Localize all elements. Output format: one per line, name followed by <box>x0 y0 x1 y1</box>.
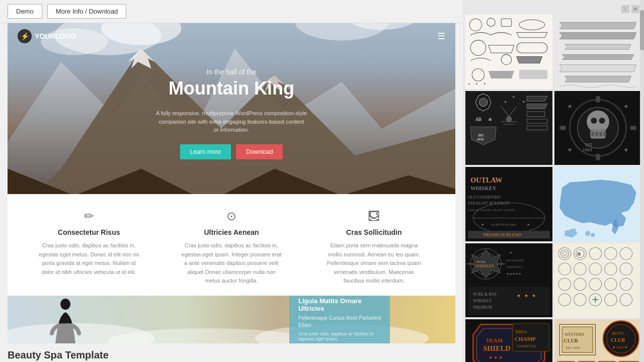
svg-text:★ 1969 ★: ★ 1969 ★ <box>612 345 627 349</box>
svg-text:▲: ▲ <box>509 250 513 254</box>
svg-text:✦: ✦ <box>512 95 516 100</box>
feature-1-title: Consectetur Risus <box>39 228 139 236</box>
svg-point-52 <box>599 117 605 123</box>
svg-text:WHISKEY: WHISKEY <box>475 263 495 268</box>
ad-item-skull[interactable]: EST 1969 <box>554 91 641 165</box>
feature-3: ⛾ Cras Sollicitudin Etiam porta sem male… <box>324 209 424 286</box>
svg-text:WESTERN: WESTERN <box>565 332 584 337</box>
svg-text:WHISKEY: WHISKEY <box>506 264 523 268</box>
svg-rect-57 <box>596 96 600 102</box>
svg-text:STRAIGHT BOURBON: STRAIGHT BOURBON <box>468 201 509 206</box>
top-bar: Demo More Info / Download <box>0 0 463 23</box>
svg-text:WHISKEY: WHISKEY <box>473 299 492 303</box>
feature-2-text: Cras justo odio, dapibus ac facilisis in… <box>181 241 282 286</box>
feature-2-title: Ultricies Aenean <box>181 228 282 236</box>
ad-item-western-1[interactable]: OUTLAW WHISKEY OLD FASHIONED STRAIGHT BO… <box>465 167 552 241</box>
ad-item-vintage-dark[interactable]: PURE WHISKEY ▲ HI MAKER WHISKEY ★★★★★ PU… <box>465 243 552 318</box>
hero-subtitle: In the hall of the <box>156 68 307 76</box>
svg-rect-56 <box>604 132 606 136</box>
svg-point-64 <box>624 105 627 108</box>
svg-text:WHISKEY: WHISKEY <box>470 185 497 191</box>
svg-text:✦: ✦ <box>475 82 478 85</box>
svg-text:OLD FASHIONED: OLD FASHIONED <box>468 195 500 200</box>
feature-1: ✏ Consectetur Risus Cras justo odio, dap… <box>39 209 139 286</box>
ad-grid: ✦✦✦ <box>465 15 641 362</box>
ad-item-ribbons[interactable] <box>554 15 641 89</box>
camera-icon: ⊙ <box>181 209 282 223</box>
ad-item-western-badges[interactable]: WESTERN CLUB EST 1976 MOTO CLUB ★ 1969 ★ <box>554 319 641 362</box>
features-section: ✏ Consectetur Risus Cras justo odio, dap… <box>8 194 455 296</box>
feature-3-text: Etiam porta sem malesuada magna mollis e… <box>324 241 424 286</box>
hamburger-menu[interactable]: ☰ <box>437 31 445 42</box>
svg-text:⊕: ⊕ <box>577 251 581 256</box>
svg-text:PREMIUM BLEND: PREMIUM BLEND <box>484 232 522 237</box>
svg-text:AGED 8 YEARS: AGED 8 YEARS <box>491 223 516 227</box>
banner-desc: Cras justo odio, dapibus ac facilisis in… <box>298 331 381 341</box>
svg-point-63 <box>568 105 571 108</box>
svg-rect-53 <box>591 132 594 136</box>
svg-text:EST: EST <box>585 142 592 147</box>
svg-text:★: ★ <box>524 293 528 298</box>
download-button[interactable]: Download <box>236 144 283 159</box>
svg-text:SHIELD: SHIELD <box>484 344 511 352</box>
svg-rect-60 <box>630 126 636 130</box>
more-info-button[interactable]: More Info / Download <box>47 4 127 19</box>
svg-text:☠: ☠ <box>489 118 492 122</box>
preview-wrapper: ⚡ YOURLOGO ☰ In the hall of the Mountain… <box>8 23 455 343</box>
svg-text:★: ★ <box>481 223 484 227</box>
ad-item-vintage-left[interactable]: ✦✦✦ <box>465 15 552 89</box>
demo-button[interactable]: Demo <box>8 4 42 19</box>
hero-text-block: In the hall of the Mountain King A fully… <box>156 68 307 159</box>
svg-text:CHAMPION: CHAMPION <box>517 344 536 348</box>
ad-item-dark-badges[interactable]: AB ☠ EST 1842 ✦ ✦ ✦ <box>465 91 552 165</box>
svg-text:HI MAKER: HI MAKER <box>506 258 524 262</box>
svg-text:GREAT TASTE CRAFT SPIRIT: GREAT TASTE CRAFT SPIRIT <box>468 208 516 212</box>
svg-text:★ ★ ★: ★ ★ ★ <box>489 355 503 360</box>
hero-section: ⚡ YOURLOGO ☰ In the hall of the Mountain… <box>8 23 455 194</box>
svg-point-81 <box>585 231 590 236</box>
feature-3-title: Cras Sollicitudin <box>324 228 424 236</box>
svg-text:★: ★ <box>527 223 530 227</box>
hero-title: Mountain King <box>156 78 307 99</box>
svg-point-65 <box>568 148 571 151</box>
svg-text:PURE & RYE: PURE & RYE <box>473 292 497 296</box>
right-sidebar: i ✕ <box>463 0 644 362</box>
main-content: Demo More Info / Download <box>0 0 463 362</box>
hero-description: A fully responsive, multipurpose WordPre… <box>156 109 307 134</box>
svg-point-31 <box>479 98 487 106</box>
page-title-section: Beauty Spa Template <box>0 343 463 362</box>
page-title: Beauty Spa Template <box>8 349 455 361</box>
banner-title: Ligula Mattis Ornare Ultricies <box>298 297 381 312</box>
svg-text:★: ★ <box>517 293 521 298</box>
ad-close-button[interactable]: ✕ <box>631 5 639 13</box>
learn-more-button[interactable]: Learn more <box>180 144 231 159</box>
svg-text:1842: 1842 <box>476 137 484 141</box>
banner-subtitle: Pellentesque Cursus Amet Parturient Etia… <box>298 315 381 329</box>
ad-item-ornaments[interactable]: ⊕ <box>554 243 641 318</box>
svg-text:★: ★ <box>532 293 536 298</box>
ad-item-us-map[interactable] <box>554 167 641 241</box>
svg-rect-59 <box>559 126 566 130</box>
logo-icon: ⚡ <box>18 29 32 43</box>
pencil-icon: ✏ <box>39 209 139 223</box>
svg-point-11 <box>60 299 70 310</box>
svg-point-82 <box>591 233 595 237</box>
scrollbar[interactable] <box>640 0 644 362</box>
hero-navbar: ⚡ YOURLOGO ☰ <box>8 23 455 49</box>
second-banner: Ligula Mattis Ornare Ultricies Pellentes… <box>8 296 455 343</box>
svg-point-41 <box>506 116 511 121</box>
svg-text:CHAMP: CHAMP <box>515 336 536 342</box>
ad-info-button[interactable]: i <box>621 5 629 13</box>
bookmark-icon: ⛾ <box>324 209 424 223</box>
svg-text:CLUB: CLUB <box>611 337 625 343</box>
svg-point-66 <box>624 148 627 151</box>
svg-text:CLUB: CLUB <box>564 338 578 343</box>
svg-text:MOTO: MOTO <box>612 331 624 336</box>
svg-rect-100 <box>554 243 641 318</box>
svg-text:PREMIUM: PREMIUM <box>473 305 492 310</box>
logo-text: YOURLOGO <box>35 32 76 40</box>
scrollbar-thumb[interactable] <box>640 10 644 50</box>
ad-item-mma-badge[interactable]: TEAM SHIELD ★ ★ ★ MMA CHAMP CHAMPION <box>465 319 552 362</box>
svg-text:MMA: MMA <box>516 330 527 335</box>
svg-rect-24 <box>519 70 547 79</box>
